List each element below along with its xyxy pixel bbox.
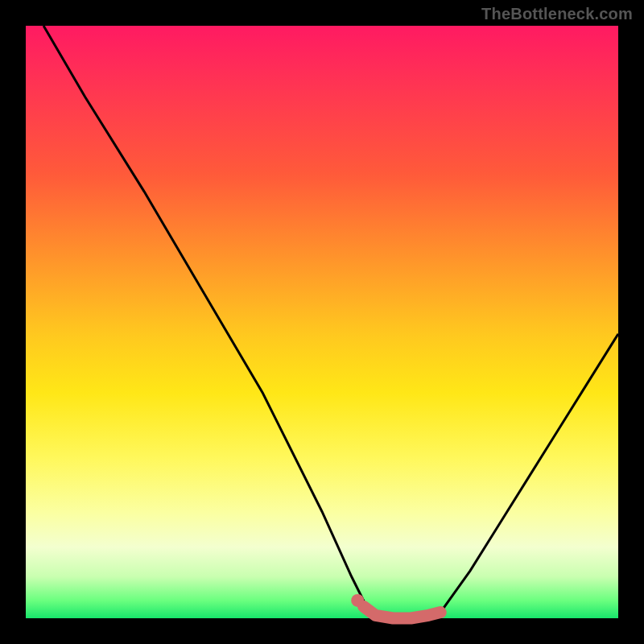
plot-area <box>26 26 618 618</box>
chart-frame: TheBottleneck.com <box>0 0 644 644</box>
optimal-plateau-path <box>364 606 441 618</box>
curve-layer <box>26 26 618 618</box>
plateau-start-dot <box>351 594 364 607</box>
attribution-text: TheBottleneck.com <box>481 5 633 23</box>
bottleneck-curve-path <box>43 26 618 618</box>
